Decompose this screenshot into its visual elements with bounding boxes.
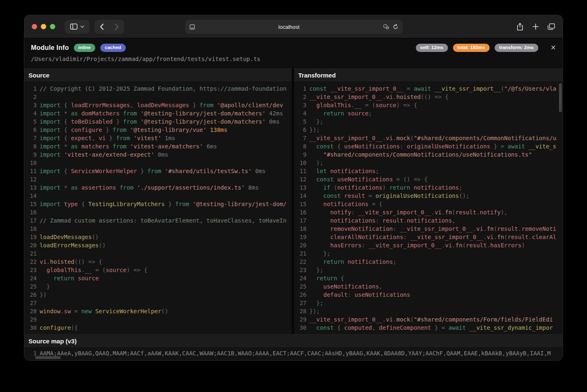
inline-badge: inline [74, 44, 95, 52]
code-line: 1const __vite_ssr_import_0__ = await __v… [294, 85, 563, 93]
sourcemap-title: Source map (v3) [24, 334, 563, 348]
forward-button[interactable] [109, 20, 124, 34]
reload-icon[interactable] [393, 24, 398, 30]
line-number: 23 [294, 266, 306, 274]
code-line: 19loadDevMessages() [24, 233, 292, 241]
new-tab-icon[interactable] [530, 21, 541, 33]
code-line: 20loadErrorMessages() [24, 241, 292, 249]
code-line: 1 AAMA;AAeA,yBAAG,QAAQ,MAAM;AACf,aAAW,KA… [24, 349, 563, 357]
line-number: 20 [24, 241, 37, 249]
code-line: 27 }; [294, 299, 563, 307]
line-number: 15 [24, 200, 37, 208]
line-number: 11 [24, 167, 37, 175]
code-line: 22 return notifications; [294, 258, 563, 266]
line-number: 17 [294, 216, 306, 225]
address-bar[interactable]: localhost [185, 20, 403, 34]
code-line: 15 notifications = { [294, 200, 563, 208]
code-line: 12 const useNotifications = () => { [294, 175, 563, 183]
line-number: 13 [294, 183, 306, 192]
line-number: 16 [24, 208, 37, 216]
line-number: 26 [294, 291, 306, 299]
share-icon[interactable] [514, 21, 526, 33]
line-number: 10 [24, 159, 37, 167]
code-line: 26 default: useNotifications [294, 291, 563, 299]
line-number: 11 [294, 167, 306, 175]
back-button[interactable] [94, 20, 109, 34]
line-number: 25 [24, 282, 37, 291]
source-code[interactable]: 1// Copyright (C) 2012-2025 Zammad Found… [24, 82, 292, 334]
transformed-panel: Transformed 1const __vite_ssr_import_0__… [294, 68, 563, 334]
code-line: 13 if (notifications) return notificatio… [294, 183, 563, 192]
zoom-window-button[interactable] [50, 24, 55, 29]
total-time-badge: total: 193ms [453, 44, 490, 52]
line-number: 19 [24, 233, 37, 241]
sourcemap-code: 1 AAMA;AAeA,yBAAG,QAAQ,MAAM;AACf,aAAW,KA… [24, 348, 563, 361]
timing-badges: self: 12ms total: 193ms transform: 2ms ✕ [416, 44, 556, 52]
minimize-window-button[interactable] [41, 24, 46, 29]
line-number: 12 [24, 175, 37, 183]
line-number: 2 [294, 93, 306, 101]
browser-window: localhost [24, 15, 563, 361]
line-number: 22 [294, 258, 306, 266]
sidebar-toggle-button[interactable] [65, 20, 90, 34]
code-line: 29__vite_ssr_import_0__.vi.mock("#shared… [294, 315, 563, 324]
page-icon [189, 24, 195, 30]
line-number: 1 [24, 349, 37, 357]
code-line: 14 const result = originalUseNotificatio… [294, 192, 563, 200]
close-window-button[interactable] [32, 24, 37, 29]
code-line: 6import { configure } from '@testing-lib… [24, 126, 292, 134]
line-number: 27 [294, 299, 306, 307]
line-number: 24 [24, 274, 37, 282]
toolbar-right-actions [514, 21, 557, 33]
line-number: 18 [24, 225, 37, 233]
code-line: 16 notify: __vite_ssr_import_0__.vi.fn(r… [294, 208, 563, 216]
close-icon[interactable]: ✕ [551, 45, 556, 51]
code-line: 2__vite_ssr_import_0__.vi.hoisted(() => … [294, 93, 563, 101]
code-line: 30 const { computed, defineComponent } =… [294, 324, 563, 332]
source-panel-title: Source [24, 68, 292, 82]
line-number: 21 [24, 249, 37, 258]
line-number: 27 [24, 299, 37, 307]
line-number: 18 [294, 225, 306, 233]
line-number: 20 [294, 241, 306, 249]
line-number: 2 [24, 93, 37, 101]
translate-icon[interactable] [383, 24, 389, 30]
line-number: 29 [294, 315, 306, 324]
line-number: 1 [294, 85, 306, 93]
code-line: 28window.sw = new ServiceWorkerHelper() [24, 307, 292, 315]
code-line: 25 } [24, 282, 292, 291]
line-number: 28 [294, 307, 306, 315]
code-line: 8import * as matchers from 'vitest-axe/m… [24, 142, 292, 150]
code-line: 24 return source [24, 274, 292, 282]
code-line: 10 [24, 159, 292, 167]
code-line: 21 [24, 249, 292, 258]
code-line: 14 [24, 192, 292, 200]
code-line: 19 clearAllNotifications: __vite_ssr_imp… [294, 233, 563, 241]
code-line: 11 let notifications; [294, 167, 563, 175]
line-number: 16 [294, 208, 306, 216]
horizontal-scrollbar[interactable] [35, 356, 61, 359]
sidebar-icon [70, 23, 78, 30]
line-number: 9 [294, 150, 306, 159]
line-number: 24 [294, 274, 306, 282]
line-number: 28 [24, 307, 37, 315]
line-number: 14 [294, 192, 306, 200]
sourcemap-section: Source map (v3) 1 AAMA;AAeA,yBAAG,QAAQ,M… [24, 334, 563, 361]
line-number: 5 [24, 117, 37, 126]
history-nav [94, 20, 124, 34]
line-number: 4 [294, 109, 306, 117]
code-line: 6}); [294, 126, 563, 134]
transformed-code[interactable]: 1const __vite_ssr_import_0__ = await __v… [294, 82, 563, 334]
code-line: 11import { ServiceWorkerHelper } from '#… [24, 167, 292, 175]
code-line: 20 hasErrors: __vite_ssr_import_0__.vi.f… [294, 241, 563, 249]
code-line: 23 globalThis.__ = (source) => { [24, 266, 292, 274]
code-line: 18 removeNotification: __vite_ssr_import… [294, 225, 563, 233]
tabs-icon[interactable] [545, 21, 557, 33]
code-line: 7__vite_ssr_import_0__.vi.mock("#shared/… [294, 134, 563, 142]
line-number: 25 [294, 282, 306, 291]
sourcemap-mappings: AAMA;AAeA,yBAAG,QAAQ,MAAM;AACf,aAAW,KAAK… [40, 349, 551, 357]
cached-badge: cached [100, 44, 126, 52]
line-number: 17 [24, 216, 37, 225]
line-number: 21 [294, 249, 306, 258]
vertical-scrollbar[interactable] [559, 83, 562, 112]
